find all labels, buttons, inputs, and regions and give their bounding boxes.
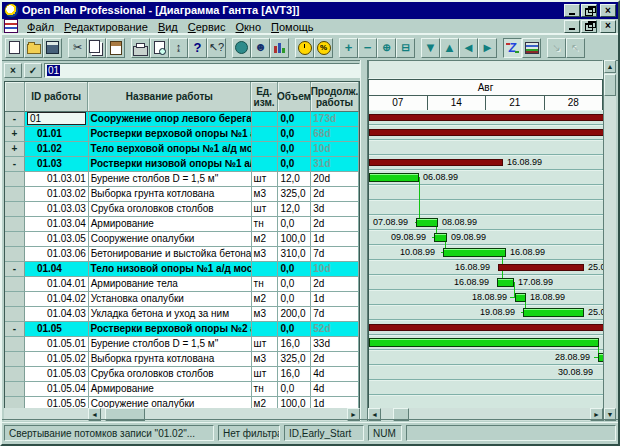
mdi-child-icon[interactable]	[4, 19, 18, 33]
mdi-close-button[interactable]: ×	[600, 20, 616, 33]
cell-activity-name[interactable]: Ростверки верховой опоры №1 а/д	[89, 127, 252, 142]
gantt-view-button[interactable]: Z	[503, 38, 522, 58]
gantt-summary-bar[interactable]	[369, 114, 603, 121]
row-expand-marker[interactable]: -	[5, 157, 25, 172]
cell-activity-id[interactable]: 01.03.04	[25, 217, 89, 232]
cell-activity-name[interactable]: Тело верховой опоры №1 а/д моста	[89, 142, 252, 157]
row-expand-marker[interactable]: +	[5, 142, 25, 157]
cut-button[interactable]: ✂	[68, 38, 87, 58]
menu-item-помощь[interactable]: Помощь	[266, 21, 319, 34]
cell-activity-id[interactable]: 01.04.02	[25, 292, 89, 307]
histogram-button[interactable]	[270, 38, 289, 58]
add-activity-button[interactable]: +	[339, 38, 358, 58]
cell-duration[interactable]: 68d	[311, 127, 359, 142]
print-button[interactable]	[131, 38, 150, 58]
cell-volume[interactable]: 0,0	[278, 322, 311, 337]
copy-button[interactable]	[87, 38, 106, 58]
cell-volume[interactable]: 0,0	[278, 157, 311, 172]
gantt-row[interactable]	[369, 380, 603, 395]
cell-duration[interactable]: 2d	[311, 352, 359, 367]
cell-volume[interactable]: 0,0	[278, 142, 311, 157]
save-file-button[interactable]	[43, 38, 62, 58]
cell-activity-id[interactable]: 01.02	[25, 142, 89, 157]
gantt-task-bar[interactable]	[434, 233, 447, 242]
cell-activity-id[interactable]: 01.01	[25, 127, 89, 142]
gantt-task-bar[interactable]	[443, 248, 506, 257]
open-file-button[interactable]	[24, 38, 43, 58]
cell-unit[interactable]: м2	[252, 232, 279, 247]
cell-duration[interactable]: 52d	[311, 322, 359, 337]
table-row[interactable]: 01.05.05Сооружение опалубким2100,01d	[5, 397, 359, 408]
gantt-vertical-scrollbar[interactable]: ▲ ▼	[603, 60, 616, 421]
cell-activity-id[interactable]: 01.03.01	[25, 172, 89, 187]
barchart-view-button[interactable]	[522, 38, 541, 58]
cell-activity-name[interactable]: Армирование	[89, 382, 252, 397]
gantt-summary-bar[interactable]	[369, 129, 603, 136]
scroll-up-button[interactable]: ▲	[604, 60, 616, 73]
percent-complete-button[interactable]: %	[314, 38, 333, 58]
close-button[interactable]: ×	[600, 4, 616, 17]
cell-activity-name[interactable]: Установка опалубки	[89, 292, 252, 307]
cell-duration[interactable]: 31d	[311, 157, 359, 172]
cell-duration[interactable]: 2d	[311, 277, 359, 292]
cell-edit-input[interactable]: 01	[44, 63, 360, 78]
cell-unit[interactable]	[252, 157, 279, 172]
cell-activity-name[interactable]: Укладка бетона и уход за ним	[89, 307, 252, 322]
move-down-button[interactable]: ▼	[421, 38, 440, 58]
restore-button[interactable]	[581, 4, 597, 17]
cell-activity-name[interactable]: Выборка грунта котлована	[89, 187, 252, 202]
table-row[interactable]: 01.03.02Выборка грунта котлованам3325,02…	[5, 187, 359, 202]
cell-unit[interactable]: м3	[252, 247, 279, 262]
cell-duration[interactable]: 1d	[311, 292, 359, 307]
cell-volume[interactable]: 0,0	[278, 382, 311, 397]
table-row[interactable]: 01.03.05Сооружение опалубким2100,01d	[5, 232, 359, 247]
cell-activity-name[interactable]: Бетонирование и выстойка бетона	[89, 247, 252, 262]
cell-duration[interactable]: 20d	[311, 172, 359, 187]
table-row[interactable]: 01.03.06Бетонирование и выстойка бетонам…	[5, 247, 359, 262]
cell-volume[interactable]: 325,0	[278, 187, 311, 202]
cell-volume[interactable]: 0,0	[278, 262, 311, 277]
cell-volume[interactable]: 16,0	[278, 337, 311, 352]
cell-activity-name[interactable]: Сооружение опор левого берега	[89, 112, 252, 127]
column-header-5[interactable]: Продолж. работы	[311, 82, 359, 112]
cell-activity-name[interactable]: Армирование тела	[89, 277, 252, 292]
row-expand-marker[interactable]: -	[5, 112, 25, 127]
column-header-1[interactable]: ID работы	[25, 82, 89, 112]
cell-volume[interactable]: 0,0	[278, 112, 311, 127]
menu-item-редактирование[interactable]: Редактирование	[59, 21, 153, 34]
cell-activity-name[interactable]: Армирование	[89, 217, 252, 232]
cell-activity-id[interactable]: 01.04.03	[25, 307, 89, 322]
menu-item-окно[interactable]: Окно	[230, 21, 266, 34]
cell-volume[interactable]: 200,0	[278, 307, 311, 322]
table-row[interactable]: 01.05.02Выборка грунта котлованам3325,02…	[5, 352, 359, 367]
cell-duration[interactable]: 173d	[311, 112, 359, 127]
cell-duration[interactable]: 10d	[311, 262, 359, 277]
cell-unit[interactable]: тн	[252, 382, 279, 397]
cell-volume[interactable]: 100,0	[278, 397, 311, 408]
cell-activity-name[interactable]: Сооружение опалубки	[89, 232, 252, 247]
table-row[interactable]: 01.05.01Бурение столбов D = 1,5 м"шт16,0…	[5, 337, 359, 352]
table-row[interactable]: -01.04Тело низовой опоры №1 а/д моста0,0…	[5, 262, 359, 277]
cell-activity-name[interactable]: Срубка оголовков столбов	[89, 202, 252, 217]
menu-item-вид[interactable]: Вид	[153, 21, 183, 34]
cell-duration[interactable]: 1d	[311, 397, 359, 408]
cell-activity-name[interactable]: Срубка оголовков столбов	[89, 367, 252, 382]
gantt-task-bar[interactable]	[369, 338, 599, 347]
table-row[interactable]: 01.04.02Установка опалубким20,01d	[5, 292, 359, 307]
cell-unit[interactable]: тн	[252, 217, 279, 232]
gantt-row[interactable]	[369, 185, 603, 200]
cell-duration[interactable]: 33d	[311, 337, 359, 352]
cell-duration[interactable]: 4d	[311, 382, 359, 397]
cell-activity-id[interactable]: 01.03.05	[25, 232, 89, 247]
cell-unit[interactable]: шт	[252, 367, 279, 382]
cell-unit[interactable]: м3	[252, 352, 279, 367]
cell-unit[interactable]	[252, 262, 279, 277]
gantt-summary-bar[interactable]	[369, 324, 603, 331]
resources-button[interactable]: ☻	[251, 38, 270, 58]
gantt-task-bar[interactable]	[369, 173, 419, 182]
table-row[interactable]: +01.02Тело верховой опоры №1 а/д моста0,…	[5, 142, 359, 157]
gantt-task-bar[interactable]	[523, 308, 584, 317]
cell-activity-id[interactable]: 01.05.03	[25, 367, 89, 382]
time-now-button[interactable]	[295, 38, 314, 58]
column-header-2[interactable]: Название работы	[88, 82, 251, 112]
